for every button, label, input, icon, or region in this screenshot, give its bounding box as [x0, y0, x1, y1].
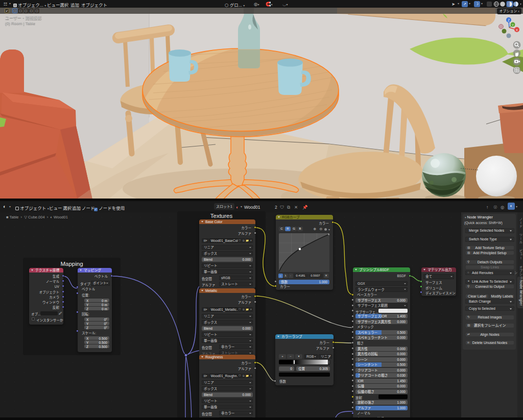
svg-text:X: X	[516, 29, 518, 32]
svg-text:Y: Y	[512, 23, 514, 27]
svg-text:Z: Z	[508, 18, 510, 22]
